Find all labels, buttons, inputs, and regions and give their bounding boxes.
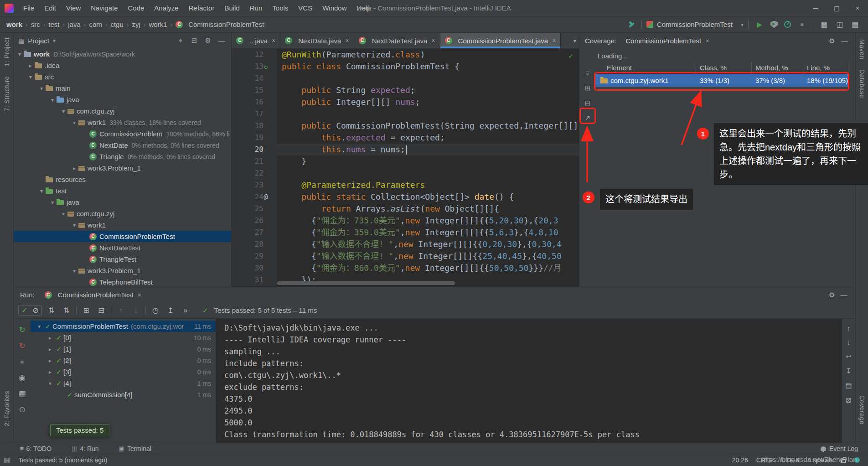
breadcrumb-item[interactable]: java (68, 21, 81, 28)
horizontal-scrollbar[interactable] (277, 281, 455, 285)
close-tab-icon[interactable]: × (552, 37, 556, 44)
test-tree-item[interactable]: ✓sumCommission[4]1 ms (31, 389, 216, 400)
collapse-all-icon[interactable]: ⊟ (583, 98, 592, 108)
menu-item-window[interactable]: Window (317, 0, 351, 16)
todo-tab[interactable]: ≡ 6: TODO (20, 445, 52, 452)
run-configuration-select[interactable]: CommissionProblemTest ▾ (641, 19, 749, 30)
next-failed-test-icon[interactable]: ↓ (130, 306, 141, 315)
project-tree-item[interactable]: CTriangle0% methods, 0% lines covered (14, 151, 231, 162)
scroll-to-end-icon[interactable]: ↧ (846, 367, 852, 375)
tree-expanded-icon[interactable]: ▾ (46, 380, 54, 387)
rerun-failed-tests-icon[interactable]: ↻ (19, 342, 25, 350)
test-history-icon[interactable]: ◷ (150, 306, 161, 315)
tree-expanded-icon[interactable]: ▾ (70, 222, 78, 228)
test-tree-item[interactable]: ▸✓[3]0 ms (31, 366, 216, 378)
project-tree-item[interactable]: CCommissionProblem100% methods, 86% li (14, 128, 231, 140)
tree-expanded-icon[interactable]: ▾ (70, 268, 78, 274)
show-passed-toggle[interactable]: ✓ (19, 306, 30, 315)
gear-icon[interactable]: ⚙ (203, 36, 213, 45)
tree-expanded-icon[interactable]: ▾ (35, 323, 43, 330)
project-tree-item[interactable]: ▾work133% classes, 18% lines covered (14, 117, 231, 128)
menu-item-file[interactable]: File (18, 0, 39, 16)
tree-expanded-icon[interactable]: ▾ (59, 108, 67, 114)
coverage-column-header[interactable]: Line, % (803, 62, 848, 74)
project-tree-item[interactable]: CNextDateTest (14, 242, 231, 254)
scroll-down-icon[interactable]: ↓ (847, 338, 851, 346)
breadcrumb-item[interactable]: ctgu (110, 21, 123, 28)
tree-expanded-icon[interactable]: ▾ (59, 211, 67, 217)
tree-collapsed-icon[interactable]: ▸ (46, 369, 54, 375)
tree-expanded-icon[interactable]: ▾ (37, 188, 46, 194)
breadcrumb-item[interactable]: com (89, 21, 102, 28)
project-tree-item[interactable]: ▾main (14, 83, 231, 94)
breadcrumb-item[interactable]: zyj (132, 21, 140, 28)
project-tree-item[interactable]: CTriangleTest (14, 254, 231, 265)
tree-collapsed-icon[interactable]: ▸ (46, 357, 54, 364)
expand-all-icon[interactable]: ⊞ (81, 306, 92, 315)
tree-expanded-icon[interactable]: ▾ (48, 199, 57, 206)
show-ignored-toggle[interactable]: ⊘ (30, 306, 41, 315)
project-tree-item[interactable]: ▾java (14, 94, 231, 105)
run-button[interactable]: ▶ (755, 21, 764, 29)
tree-expanded-icon[interactable]: ▾ (16, 51, 24, 57)
minimize-window-button[interactable]: ─ (805, 0, 826, 16)
tool-stripe-button-maven[interactable]: Maven (858, 39, 866, 59)
project-tree-item[interactable]: ▾work1 (14, 219, 231, 231)
tabs-list-icon[interactable]: ▾ (573, 37, 576, 44)
expand-all-icon[interactable]: ⊞ (583, 83, 592, 93)
tree-expanded-icon[interactable]: ▾ (37, 85, 46, 92)
split-columns-icon[interactable]: ◫ (835, 20, 844, 29)
layout-grid-icon[interactable]: ▦ (820, 20, 829, 29)
tree-expanded-icon[interactable]: ▾ (26, 74, 35, 80)
terminal-tab[interactable]: ▣ Terminal (119, 445, 151, 452)
tool-stripe-button-database[interactable]: Database (858, 69, 866, 98)
project-tree-item[interactable]: ▸work3.Problem_1 (14, 162, 231, 174)
breadcrumb-item[interactable]: src (31, 21, 40, 28)
menu-item-analyze[interactable]: Analyze (149, 0, 183, 16)
menu-item-vcs[interactable]: VCS (293, 0, 317, 16)
maximize-window-button[interactable]: ▢ (826, 0, 847, 16)
coverage-column-header[interactable]: Element (595, 62, 696, 74)
project-tree-item[interactable]: ▾java (14, 197, 231, 208)
chevron-down-icon[interactable]: ▾ (53, 37, 56, 44)
run-tab[interactable]: C CommissionProblemTest × (45, 291, 141, 299)
close-tab-icon[interactable]: × (138, 291, 141, 299)
run-tab-button[interactable]: ◫ 4: Run (72, 445, 99, 452)
tree-expanded-icon[interactable]: ▾ (70, 119, 78, 126)
project-tree-item[interactable]: ▾com.ctgu.zyj (14, 105, 231, 117)
menu-item-tools[interactable]: Tools (267, 0, 293, 16)
project-tree-item[interactable]: ▾test (14, 185, 231, 197)
run-test-gutter-icon[interactable]: ↻ (261, 61, 271, 72)
editor-tab[interactable]: CNextDate.java× (280, 33, 354, 48)
close-tab-icon[interactable]: × (431, 37, 435, 44)
flatten-packages-icon[interactable]: ≡ (583, 68, 592, 78)
coverage-column-header[interactable]: Class, % (696, 62, 752, 74)
run-with-coverage-button[interactable]: ▶ (770, 21, 778, 28)
gear-icon[interactable]: ⚙ (827, 291, 837, 299)
more-options-icon[interactable]: » (180, 306, 191, 315)
project-tree-item[interactable]: CCommissionProblemTest (14, 231, 231, 242)
collapse-all-icon[interactable]: ⊟ (189, 36, 199, 45)
tree-collapsed-icon[interactable]: ▸ (46, 346, 54, 352)
scroll-up-icon[interactable]: ↑ (847, 324, 851, 332)
tool-stripe-button-2-favorites[interactable]: 2: Favorites (3, 391, 10, 426)
coverage-table-row[interactable]: com.ctgu.zyj.work133% (1/3)37% (3/8)18% … (595, 74, 848, 87)
stop-icon[interactable]: ■ (21, 358, 24, 366)
close-tab-icon[interactable]: × (706, 37, 709, 44)
project-tree-item[interactable]: CNextDate0% methods, 0% lines covered (14, 140, 231, 151)
test-tree-item[interactable]: ▸✓[2]0 ms (31, 355, 216, 366)
project-tree-item[interactable]: CTelephoneBillTest (14, 276, 231, 287)
tree-collapsed-icon[interactable]: ▸ (26, 62, 35, 69)
project-tree-item[interactable]: ▾workD:\Soft\java\workSpace\work (14, 48, 231, 60)
event-log-button[interactable]: Event Log (821, 445, 858, 452)
menu-item-navigate[interactable]: Navigate (86, 0, 123, 16)
print-icon[interactable]: ▤ (845, 382, 852, 390)
build-hammer-icon[interactable] (628, 21, 635, 28)
tree-expanded-icon[interactable]: ▾ (48, 97, 57, 103)
breadcrumb-item[interactable]: work (6, 21, 22, 28)
clear-console-icon[interactable]: ⊠ (846, 396, 852, 404)
export-coverage-report-icon[interactable]: ↗ (583, 114, 592, 123)
tree-collapsed-icon[interactable]: ▸ (46, 335, 54, 341)
import-test-results-icon[interactable]: ↥ (165, 306, 176, 315)
hide-panel-icon[interactable]: — (840, 37, 850, 45)
